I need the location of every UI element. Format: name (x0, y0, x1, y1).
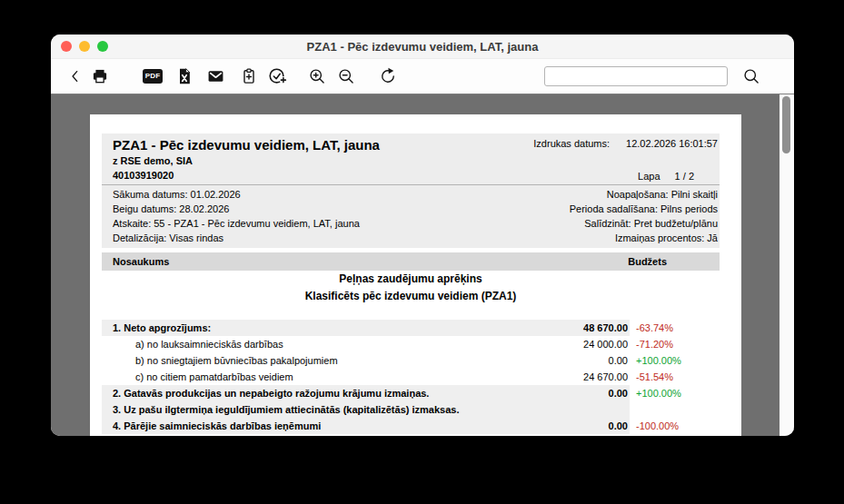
report-parameter: Izmaiņas procentos: Jā (570, 231, 718, 245)
row-band: 4. Pārējie saimnieciskās darbības ieņēmu… (102, 418, 630, 434)
statement-title-line2: Klasificēts pēc izdevumu veidiem (PZA1) (102, 288, 720, 305)
envelope-icon (206, 67, 225, 85)
report-title: PZA1 - Pēc izdevumu veidiem, LAT, jauna (113, 136, 380, 153)
row-budget-value: 0.00 (609, 420, 630, 431)
row-change-percent: -100.00% (630, 420, 679, 431)
table-row: a) no lauksaimnieciskās darbības24 000.0… (102, 336, 720, 352)
fullscreen-window-button[interactable] (97, 41, 108, 52)
row-budget-value: 0.00 (609, 355, 630, 366)
table-row: 2. Gatavās produkcijas un nepabeigto raž… (102, 385, 720, 401)
page-number-label: Lapa (638, 171, 660, 182)
report-header: PZA1 - Pēc izdevumu veidiem, LAT, jauna … (102, 133, 720, 184)
table-row: c) no citiem pamatdarbības veidiem24 670… (102, 369, 720, 385)
row-label: 2. Gatavās produkcijas un nepabeigto raž… (102, 388, 429, 399)
table-row: b) no sniegtajiem būvniecības pakalpojum… (102, 352, 720, 369)
row-label: b) no sniegtajiem būvniecības pakalpojum… (102, 355, 338, 366)
row-band: 1. Neto apgrozījums:48 670.00 (102, 320, 630, 336)
desktop-background: PZA1 - Pēc izdevumu veidiem, LAT, jauna … (0, 0, 844, 504)
row-change-percent: -63.74% (630, 322, 673, 333)
row-budget-value: 0.00 (609, 388, 630, 399)
export-pdf-button[interactable]: PDF (142, 64, 164, 88)
clipboard-add-icon (240, 67, 258, 85)
statement-title-line1: Peļņas zaudējumu aprēķins (102, 271, 720, 288)
row-band: a) no lauksaimnieciskās darbības24 000.0… (102, 336, 630, 352)
excel-file-icon (175, 67, 194, 85)
row-change-percent: +100.00% (630, 388, 681, 399)
export-excel-button[interactable] (174, 64, 195, 88)
row-label: 1. Neto apgrozījums: (102, 322, 211, 333)
refresh-button[interactable] (377, 64, 399, 88)
close-window-button[interactable] (61, 41, 72, 52)
report-reg-number: 40103919020 (113, 168, 380, 183)
row-budget-value: 48 670.00 (583, 322, 630, 333)
print-date-value: 12.02.2026 16:01:57 (626, 138, 718, 149)
report-parameter: Perioda sadalīšana: Pilns periods (570, 202, 718, 216)
report-parameter: Beigu datums: 28.02.2026 (113, 202, 360, 216)
zoom-in-button[interactable] (306, 64, 328, 88)
row-budget-value: 24 000.00 (583, 339, 630, 350)
zoom-in-icon (308, 67, 326, 85)
app-window: PZA1 - Pēc izdevumu veidiem, LAT, jauna … (51, 35, 794, 436)
check-circle-plus-icon (267, 66, 287, 86)
report-company: z RSE demo, SIA (113, 153, 380, 168)
preview-area: PZA1 - Pēc izdevumu veidiem, LAT, jauna … (51, 94, 794, 436)
refresh-icon (379, 67, 397, 85)
copy-to-clipboard-button[interactable] (238, 64, 260, 88)
toolbar: PDF (51, 59, 794, 94)
report-page: PZA1 - Pēc izdevumu veidiem, LAT, jauna … (90, 114, 741, 436)
column-header-name: Nosaukums (102, 256, 169, 267)
print-date-label: Izdrukas datums: (533, 138, 610, 149)
zoom-out-button[interactable] (335, 64, 357, 88)
row-label: a) no lauksaimnieciskās darbības (102, 339, 283, 350)
row-label: 4. Pārējie saimnieciskās darbības ieņēmu… (102, 420, 321, 431)
minimize-window-button[interactable] (79, 41, 90, 52)
column-header-budget: Budžets (628, 256, 667, 267)
report-parameter: Sākuma datums: 01.02.2026 (113, 187, 360, 202)
table-header-row: Nosaukums Budžets (102, 252, 720, 271)
window-titlebar: PZA1 - Pēc izdevumu veidiem, LAT, jauna (51, 35, 794, 59)
pdf-icon: PDF (143, 69, 164, 84)
approve-button[interactable] (266, 64, 288, 88)
zoom-out-icon (337, 67, 355, 85)
row-band: 3. Uz pašu ilgtermiņa ieguldījumiem atti… (102, 401, 630, 418)
scrollbar-thumb[interactable] (782, 96, 790, 153)
window-controls (61, 35, 108, 58)
row-label: c) no citiem pamatdarbības veidiem (102, 371, 293, 382)
report-parameters-left: Sākuma datums: 01.02.2026Beigu datums: 2… (113, 187, 360, 245)
row-change-percent: -71.20% (630, 339, 673, 350)
search-icon (742, 67, 760, 85)
row-change-percent: -51.54% (630, 371, 673, 382)
table-row: 3. Uz pašu ilgtermiņa ieguldījumiem atti… (102, 401, 720, 418)
back-button[interactable] (65, 64, 86, 88)
printer-icon (91, 67, 109, 85)
row-label: 3. Uz pašu ilgtermiņa ieguldījumiem atti… (102, 404, 459, 415)
statement-titles: Peļņas zaudējumu aprēķins Klasificēts pē… (102, 271, 720, 305)
report-parameters-right: Noapaļošana: Pilni skaitļiPerioda sadalī… (570, 187, 718, 245)
table-row: 1. Neto apgrozījums:48 670.00-63.74% (102, 320, 720, 336)
report-parameter: Salīdzināt: Pret budžetu/plānu (570, 216, 718, 231)
row-band: 2. Gatavās produkcijas un nepabeigto raž… (102, 385, 630, 401)
report-parameters: Sākuma datums: 01.02.2026Beigu datums: 2… (102, 184, 720, 248)
search-button[interactable] (740, 64, 762, 88)
report-rows: 1. Neto apgrozījums:48 670.00-63.74%a) n… (102, 320, 720, 434)
row-band: b) no sniegtajiem būvniecības pakalpojum… (102, 352, 630, 369)
report-parameter: Atskaite: 55 - PZA1 - Pēc izdevumu veidi… (113, 216, 360, 231)
report-parameter: Noapaļošana: Pilni skaitļi (570, 187, 718, 202)
table-row: 4. Pārējie saimnieciskās darbības ieņēmu… (102, 418, 720, 434)
page-number-value: 1 / 2 (675, 171, 694, 182)
send-email-button[interactable] (204, 64, 226, 88)
back-icon (66, 67, 84, 85)
print-button[interactable] (89, 64, 111, 88)
search-input[interactable] (544, 66, 728, 86)
row-budget-value: 24 670.00 (583, 371, 630, 382)
row-change-percent: +100.00% (630, 355, 681, 366)
scrollbar-track[interactable] (779, 94, 794, 436)
row-band: c) no citiem pamatdarbības veidiem24 670… (102, 369, 630, 385)
report-parameter: Detalizācija: Visas rindas (113, 231, 360, 245)
window-title: PZA1 - Pēc izdevumu veidiem, LAT, jauna (307, 40, 539, 54)
